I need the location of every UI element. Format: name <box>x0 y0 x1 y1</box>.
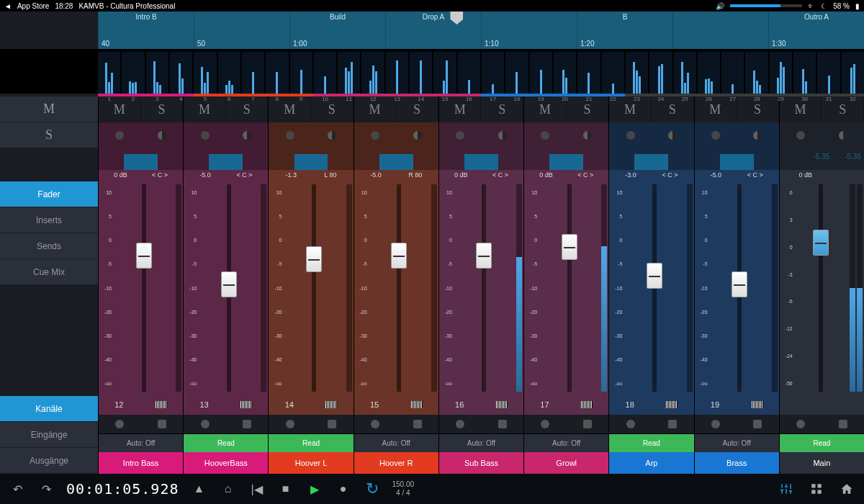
track-thumb[interactable]: 22 <box>602 52 624 94</box>
pause-icon[interactable] <box>668 420 677 428</box>
track-thumb[interactable]: 13 <box>386 52 408 94</box>
track-thumb[interactable]: 19 <box>530 52 552 94</box>
track-thumb[interactable]: 10 <box>314 52 336 94</box>
automation-mode-button[interactable]: Read <box>184 433 268 452</box>
tab-inserts[interactable]: Inserts <box>0 207 98 233</box>
monitor-button[interactable] <box>583 131 592 140</box>
automation-knob-icon[interactable] <box>456 420 464 428</box>
channel-name[interactable]: Hoover R <box>354 452 438 474</box>
record-arm-button[interactable] <box>796 131 805 140</box>
gain-value[interactable]: -5.0 <box>370 171 382 180</box>
fader-track[interactable] <box>709 184 770 392</box>
play-button[interactable]: ▶ <box>306 480 323 498</box>
fader-track[interactable] <box>113 184 174 392</box>
monitor-button[interactable] <box>498 131 507 140</box>
track-thumb[interactable]: 14 <box>410 52 432 94</box>
fader-knob[interactable] <box>391 243 407 269</box>
fader-knob[interactable] <box>813 230 829 256</box>
track-thumb[interactable]: 27 <box>721 52 744 94</box>
redo-button[interactable]: ↷ <box>37 480 55 498</box>
home-button[interactable] <box>838 480 855 498</box>
keyboard-icon[interactable] <box>325 401 337 408</box>
fader-track[interactable] <box>198 184 259 392</box>
tempo-display[interactable]: 150.00 4 / 4 <box>392 480 415 498</box>
track-thumb[interactable]: 8 <box>266 52 288 94</box>
fader-knob[interactable] <box>476 243 492 269</box>
record-arm-button[interactable] <box>711 131 720 140</box>
track-thumb[interactable]: 5 <box>194 52 216 94</box>
track-thumb[interactable]: 25 <box>674 52 696 94</box>
rewind-button[interactable]: |◀ <box>248 480 266 498</box>
fader-track[interactable] <box>283 184 344 392</box>
gain-value[interactable]: -1.3 <box>286 171 297 180</box>
pause-icon[interactable] <box>413 420 422 428</box>
automation-knob-icon[interactable] <box>286 420 294 428</box>
fader-knob[interactable] <box>136 243 152 269</box>
pause-icon[interactable] <box>328 420 336 428</box>
pan-value[interactable]: < C > <box>662 171 678 180</box>
channel-name[interactable]: Growl <box>524 452 608 474</box>
record-button[interactable]: ● <box>335 480 352 498</box>
tab-cue-mix[interactable]: Cue Mix <box>0 259 98 285</box>
fader-knob[interactable] <box>647 263 662 289</box>
global-mute-button[interactable]: M <box>0 96 98 122</box>
monitor-button[interactable] <box>158 131 166 140</box>
gain-value[interactable]: 0 dB <box>798 171 812 180</box>
keyboard-icon[interactable] <box>411 401 423 408</box>
timeline-region[interactable]: Outro A1:30 <box>768 12 864 49</box>
record-arm-button[interactable] <box>115 131 124 140</box>
track-thumb[interactable]: 24 <box>649 52 672 94</box>
automation-knob-icon[interactable] <box>796 420 805 428</box>
fader-track[interactable] <box>369 184 430 392</box>
monitor-button[interactable] <box>753 131 762 140</box>
automation-knob-icon[interactable] <box>541 420 549 428</box>
pan-value[interactable]: < C > <box>492 171 508 180</box>
pause-icon[interactable] <box>243 420 251 428</box>
track-thumb[interactable]: 1 <box>98 52 120 94</box>
grid-view-button[interactable] <box>808 480 825 498</box>
pan-value[interactable]: < C > <box>577 171 593 180</box>
gain-value[interactable]: -5.0 <box>710 171 721 180</box>
pan-value[interactable]: < C > <box>237 171 253 180</box>
track-thumb[interactable]: 23 <box>626 52 648 94</box>
gain-value[interactable]: -3.0 <box>625 171 636 180</box>
channel-name[interactable]: Hoover L <box>269 452 353 474</box>
automation-mode-button[interactable]: Auto: Off <box>99 433 183 452</box>
back-arrow-icon[interactable]: ◄ <box>4 2 12 10</box>
keyboard-icon[interactable] <box>496 401 508 408</box>
track-thumb[interactable]: 6 <box>218 52 240 94</box>
automation-mode-button[interactable]: Auto: Off <box>439 433 523 452</box>
keyboard-icon[interactable] <box>240 401 252 408</box>
pause-icon[interactable] <box>498 420 507 428</box>
pause-icon[interactable] <box>158 420 166 428</box>
pan-value[interactable]: < C > <box>747 171 763 180</box>
fader-track[interactable] <box>624 184 685 392</box>
track-thumb[interactable]: 18 <box>505 52 528 94</box>
automation-knob-icon[interactable] <box>626 420 635 428</box>
timeline-region[interactable]: Intro B40 <box>98 12 194 49</box>
pause-icon[interactable] <box>583 420 592 428</box>
automation-knob-icon[interactable] <box>201 420 210 428</box>
track-thumb[interactable]: 12 <box>361 52 384 94</box>
track-thumb[interactable]: 31 <box>817 52 840 94</box>
timeline-region[interactable]: 50 <box>194 12 289 49</box>
gain-value[interactable]: 0 dB <box>114 171 127 180</box>
track-thumb[interactable]: 4 <box>170 52 192 94</box>
tab-fader[interactable]: Fader <box>0 181 98 207</box>
fader-knob[interactable] <box>306 246 322 272</box>
track-thumb[interactable]: 26 <box>698 52 720 94</box>
timeline-region[interactable]: Drop A <box>385 12 481 49</box>
keyboard-icon[interactable] <box>156 401 167 408</box>
timeline-region[interactable]: 1:10 <box>481 12 577 49</box>
channel-name[interactable]: Brass <box>695 452 779 474</box>
fader-track[interactable] <box>794 184 848 392</box>
track-thumb[interactable]: 20 <box>554 52 576 94</box>
loop-button[interactable]: ↻ <box>364 480 381 498</box>
keyboard-icon[interactable] <box>752 401 763 408</box>
track-thumb[interactable]: 2 <box>122 52 144 94</box>
track-thumb[interactable]: 16 <box>458 52 480 94</box>
pause-icon[interactable] <box>839 420 847 428</box>
automation-knob-icon[interactable] <box>711 420 720 428</box>
stop-button[interactable]: ■ <box>277 480 294 498</box>
channel-name[interactable]: Sub Bass <box>439 452 523 474</box>
